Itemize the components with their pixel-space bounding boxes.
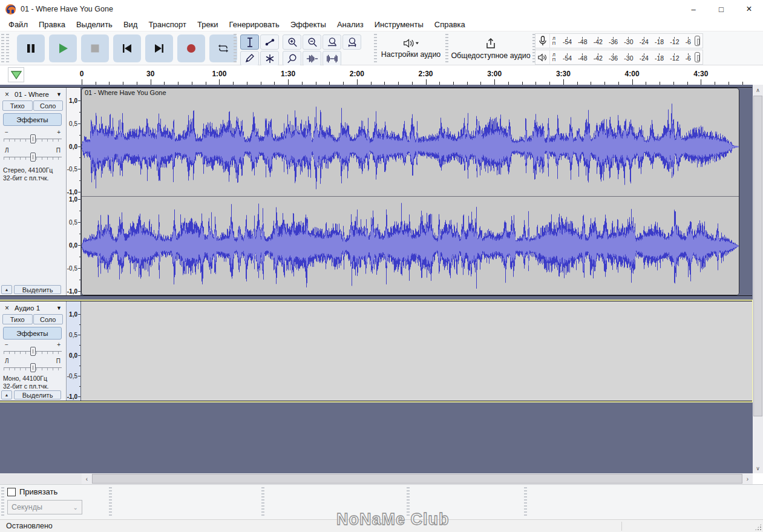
scroll-down-icon[interactable]: ∨: [753, 463, 763, 473]
track-1-name-menu[interactable]: 01 - Where ▼: [13, 89, 64, 99]
toolbar-grip[interactable]: [1, 34, 4, 63]
selection-tool-button[interactable]: [240, 34, 259, 50]
scroll-left-icon[interactable]: ‹: [82, 473, 92, 484]
toolbar-grip[interactable]: [261, 487, 264, 516]
zoom-out-button[interactable]: [303, 34, 321, 50]
recording-meter[interactable]: ЛП -54-48-42-36-30-24-18-12-6: [535, 33, 703, 48]
track-1-collapse-button[interactable]: ▲: [1, 285, 12, 294]
pinned-playhead-button[interactable]: [8, 67, 24, 82]
zoom-selection-button[interactable]: [323, 34, 341, 50]
zoom-toggle-button[interactable]: [283, 51, 301, 66]
vertical-ruler-tick: [79, 280, 80, 280]
ruler-major-tick: [701, 79, 701, 85]
menu-item-6[interactable]: Генерировать: [224, 19, 285, 30]
scroll-up-icon[interactable]: ∧: [753, 85, 763, 95]
track-2-gain-slider[interactable]: − +: [4, 341, 62, 357]
track-2-effects-button[interactable]: Эффекты: [3, 327, 62, 340]
vertical-scroll-thumb[interactable]: [753, 96, 762, 416]
track-1-close-icon[interactable]: ×: [2, 90, 11, 99]
close-button[interactable]: ×: [735, 0, 763, 18]
menu-item-3[interactable]: Вид: [118, 19, 143, 30]
vertical-ruler-tick: [78, 100, 80, 101]
track-2-pan-slider[interactable]: Л П: [4, 358, 62, 373]
track-1-select-button[interactable]: Выделить: [14, 285, 61, 294]
zoom-fit-button[interactable]: [342, 34, 361, 50]
track-2-solo-button[interactable]: Соло: [33, 314, 64, 324]
snap-mode-select[interactable]: Секунды ⌄: [7, 500, 82, 514]
playback-meter-channels: ЛП: [550, 53, 558, 62]
track-1-mute-button[interactable]: Тихо: [2, 100, 33, 111]
track-1-waveform-right[interactable]: [82, 197, 739, 295]
record-button[interactable]: [177, 34, 205, 62]
envelope-tool-button[interactable]: [260, 34, 279, 50]
stop-button[interactable]: [81, 34, 109, 62]
pause-button[interactable]: [17, 34, 45, 62]
multi-tool-button[interactable]: [260, 51, 279, 66]
track-1-clip[interactable]: 01 - Where Have You Gone: [81, 88, 739, 295]
share-upload-icon: [485, 38, 497, 50]
menu-item-10[interactable]: Справка: [429, 19, 471, 30]
horizontal-scroll-thumb[interactable]: [92, 474, 742, 484]
silence-selection-button[interactable]: [323, 51, 341, 66]
track-1-waveform-left[interactable]: [82, 97, 739, 196]
track-2-close-icon[interactable]: ×: [2, 303, 11, 312]
menu-item-8[interactable]: Анализ: [332, 19, 369, 30]
trim-outside-selection-button[interactable]: [303, 51, 321, 66]
toolbar-grip[interactable]: [109, 487, 112, 516]
track-2-vertical-ruler[interactable]: 1,00,50,0-0,5-1,0: [67, 301, 81, 401]
menu-item-7[interactable]: Эффекты: [285, 19, 332, 30]
track-1-gain-slider[interactable]: − +: [4, 129, 62, 145]
track-1-clip-title[interactable]: 01 - Where Have You Gone: [82, 88, 739, 97]
track-2-select-button[interactable]: Выделить: [14, 390, 61, 399]
skip-to-end-button[interactable]: [145, 34, 173, 62]
track-2-pan-thumb[interactable]: [30, 363, 36, 372]
track-1-pan-slider[interactable]: Л П: [4, 147, 62, 163]
toolbar-grip[interactable]: [1, 487, 4, 516]
track-2-mute-button[interactable]: Тихо: [2, 314, 33, 324]
minimize-button[interactable]: –: [679, 0, 707, 18]
track-2-gain-thumb[interactable]: [30, 347, 36, 356]
toolbar-grip[interactable]: [407, 487, 410, 516]
playback-speaker-icon[interactable]: [535, 50, 550, 64]
draw-tool-button[interactable]: [240, 51, 259, 66]
track-2-collapse-button[interactable]: ▲: [1, 390, 12, 399]
playback-meter[interactable]: ЛП -54-48-42-36-30-24-18-12-6: [535, 50, 703, 65]
share-audio-button[interactable]: Общедоступное аудио: [450, 33, 531, 64]
pencil-icon: [244, 53, 255, 64]
play-button[interactable]: [49, 34, 77, 62]
track-1-gain-thumb[interactable]: [30, 134, 36, 143]
timeline-ruler[interactable]: 0301:001:302:002:303:003:304:004:30: [0, 65, 763, 85]
menu-item-5[interactable]: Треки: [192, 19, 224, 30]
snap-label: Привязать: [19, 487, 57, 496]
vertical-ruler-tick: [79, 157, 80, 158]
menu-item-9[interactable]: Инструменты: [369, 19, 429, 30]
zoom-in-button[interactable]: [283, 34, 301, 50]
audio-setup-button[interactable]: Настройки аудио: [379, 33, 443, 64]
timeline-scale[interactable]: 0301:001:302:002:303:003:304:004:30: [82, 65, 752, 85]
menu-item-4[interactable]: Транспорт: [143, 19, 192, 30]
scroll-right-icon[interactable]: ›: [742, 473, 753, 484]
track-1-effects-button[interactable]: Эффекты: [3, 113, 62, 126]
toolbar-grip[interactable]: [524, 487, 527, 516]
maximize-button[interactable]: □: [707, 0, 735, 18]
track-2-empty-area[interactable]: [81, 301, 752, 401]
recording-meter-scale[interactable]: -54-48-42-36-30-24-18-12-6: [558, 37, 695, 45]
toolbar-grip[interactable]: [445, 34, 448, 63]
window-resize-grip[interactable]: [755, 524, 762, 531]
snap-checkbox[interactable]: [7, 488, 16, 496]
menu-item-1[interactable]: Правка: [33, 19, 71, 30]
meter-scale-value: -6: [686, 53, 691, 62]
menu-item-2[interactable]: Выделить: [71, 19, 118, 30]
toolbar-grip[interactable]: [374, 34, 377, 63]
toolbar-grip[interactable]: [6, 34, 9, 63]
microphone-icon[interactable]: [535, 34, 550, 48]
toolbar-grip[interactable]: [234, 34, 237, 63]
track-1-vertical-ruler[interactable]: 1,00,50,0-0,5-1,01,00,50,0-0,5-1,0: [67, 88, 81, 295]
vertical-ruler-tick: [79, 324, 80, 325]
skip-to-start-button[interactable]: [113, 34, 141, 62]
track-2-name-menu[interactable]: Аудио 1 ▼: [13, 303, 64, 313]
menu-item-0[interactable]: Файл: [3, 19, 33, 30]
track-1-pan-thumb[interactable]: [30, 153, 36, 162]
track-1-solo-button[interactable]: Соло: [33, 100, 64, 111]
playback-meter-scale[interactable]: -54-48-42-36-30-24-18-12-6: [558, 53, 695, 62]
